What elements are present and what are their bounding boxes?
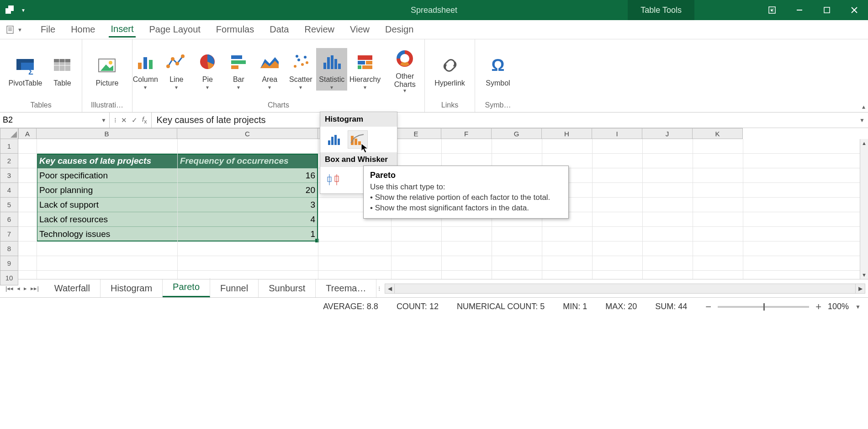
row-header[interactable]: 9 — [0, 256, 18, 271]
context-tab-table-tools[interactable]: Table Tools — [628, 0, 694, 20]
column-header[interactable]: E — [391, 128, 441, 139]
sheet-tab-histogram[interactable]: Histogram — [101, 279, 163, 297]
minimize-button[interactable] — [786, 0, 813, 20]
ribbon-hierarchy-chart[interactable]: Hierarchy▾ — [347, 48, 382, 91]
ribbon-pie-chart[interactable]: Pie▾ — [192, 48, 223, 91]
column-header[interactable]: F — [441, 128, 492, 139]
table-data-cell[interactable]: 1 — [177, 227, 318, 241]
sheet-nav-first[interactable]: |◂◂ — [5, 285, 13, 292]
formula-input[interactable]: Key causes of late projects — [152, 113, 856, 128]
sheet-nav-last[interactable]: ▸▸| — [31, 285, 38, 292]
close-button[interactable] — [841, 0, 868, 20]
ribbon-statistic-chart[interactable]: Statistic▾ — [316, 48, 347, 91]
table-header-cell[interactable]: Key causes of late projects — [37, 154, 177, 168]
column-header[interactable]: C — [177, 128, 318, 139]
table-data-cell[interactable]: 16 — [177, 168, 318, 183]
status-numerical-count: NUMERICAL COUNT: 5 — [457, 302, 545, 311]
formula-bar-expand-icon[interactable]: ⁝ — [114, 116, 116, 124]
ribbon-group-links: Links — [441, 99, 458, 112]
menu-formulas[interactable]: Formulas — [214, 22, 256, 37]
ribbon-symbol[interactable]: Ω Symbol — [481, 52, 514, 87]
table-data-cell[interactable]: 20 — [177, 183, 318, 198]
expand-formula-bar-button[interactable]: ▼ — [856, 113, 868, 128]
row-header[interactable]: 7 — [0, 227, 18, 241]
column-header[interactable]: J — [642, 128, 693, 139]
cancel-formula-button[interactable]: ✕ — [121, 116, 127, 124]
column-header[interactable]: B — [37, 128, 177, 139]
table-header-cell[interactable]: Frequency of occurrences — [177, 154, 318, 168]
menu-home[interactable]: Home — [69, 22, 97, 37]
table-data-cell[interactable]: Poor specification — [37, 168, 177, 183]
file-menu-icon[interactable]: ▼ — [5, 25, 22, 35]
column-header[interactable]: A — [18, 128, 37, 139]
ribbon-column-chart[interactable]: Column▾ — [130, 48, 161, 91]
sheet-tab-pareto[interactable]: Pareto — [163, 278, 210, 297]
ribbon-table[interactable]: Table — [47, 52, 78, 87]
sheet-tab-treemap[interactable]: Treema… — [316, 279, 376, 297]
status-average: AVERAGE: 8.8 — [323, 302, 378, 311]
zoom-level[interactable]: 100% — [828, 302, 849, 311]
quick-access-dropdown[interactable]: ▼ — [21, 8, 26, 13]
column-header[interactable]: H — [542, 128, 592, 139]
row-header[interactable]: 2 — [0, 154, 18, 168]
vertical-scrollbar[interactable]: ▲▼ — [860, 139, 868, 279]
name-box[interactable]: B2 ▼ — [0, 113, 110, 128]
ribbon-other-charts[interactable]: Other Charts▾ — [383, 45, 427, 94]
zoom-dropdown[interactable]: ▼ — [855, 304, 861, 310]
menu-data[interactable]: Data — [268, 22, 291, 37]
zoom-out-button[interactable]: − — [705, 301, 711, 313]
svg-rect-50 — [328, 140, 330, 145]
ribbon-group-tables: Tables — [30, 99, 51, 112]
column-header[interactable]: I — [592, 128, 642, 139]
ribbon-area-chart[interactable]: Area▾ — [254, 48, 285, 91]
zoom-in-button[interactable]: + — [815, 301, 821, 313]
row-header[interactable]: 3 — [0, 168, 18, 183]
row-header[interactable]: 8 — [0, 241, 18, 256]
menu-design[interactable]: Design — [383, 22, 415, 37]
table-data-cell[interactable]: 3 — [177, 198, 318, 212]
table-data-cell[interactable]: Lack of support — [37, 198, 177, 212]
menu-view[interactable]: View — [348, 22, 371, 37]
histogram-chart-option[interactable] — [325, 130, 345, 149]
collapse-ribbon-button[interactable]: ▴ — [862, 103, 865, 110]
sheet-tab-waterfall[interactable]: Waterfall — [44, 279, 101, 297]
table-data-cell[interactable]: Technology issues — [37, 227, 177, 241]
sheet-tab-sunburst[interactable]: Sunburst — [259, 279, 316, 297]
row-header[interactable]: 1 — [0, 139, 18, 154]
ribbon-display-options-button[interactable] — [758, 0, 786, 20]
row-header[interactable]: 6 — [0, 212, 18, 227]
menu-review[interactable]: Review — [302, 22, 336, 37]
table-data-cell[interactable]: Poor planning — [37, 183, 177, 198]
accept-formula-button[interactable]: ✓ — [132, 116, 138, 124]
ribbon-picture[interactable]: Picture — [91, 52, 123, 87]
table-data-cell[interactable]: 4 — [177, 212, 318, 227]
column-header[interactable]: G — [492, 128, 542, 139]
ribbon-scatter-chart[interactable]: Scatter▾ — [285, 48, 316, 91]
zoom-slider[interactable] — [718, 306, 809, 308]
maximize-button[interactable] — [813, 0, 841, 20]
box-whisker-chart-option[interactable] — [325, 171, 345, 189]
table-data-cell[interactable]: Lack of resources — [37, 212, 177, 227]
menu-insert[interactable]: Insert — [109, 22, 135, 38]
sheet-tab-funnel[interactable]: Funnel — [210, 279, 259, 297]
horizontal-scrollbar[interactable]: ◀▶ — [382, 284, 868, 294]
row-header[interactable]: 4 — [0, 183, 18, 198]
status-bar: AVERAGE: 8.8 COUNT: 12 NUMERICAL COUNT: … — [0, 297, 868, 316]
svg-rect-48 — [358, 65, 361, 69]
select-all-cells[interactable] — [0, 128, 18, 139]
sheet-nav-prev[interactable]: ◂ — [17, 285, 20, 292]
sheet-nav-next[interactable]: ▸ — [24, 285, 27, 292]
menu-file[interactable]: File — [39, 22, 57, 37]
ribbon-bar-chart[interactable]: Bar▾ — [223, 48, 254, 91]
svg-rect-23 — [149, 60, 153, 69]
svg-rect-2 — [824, 7, 830, 13]
row-header[interactable]: 10 — [0, 271, 18, 285]
insert-function-button[interactable]: fx — [142, 115, 147, 125]
ribbon-pivottable[interactable]: Σ PivotTable — [4, 52, 47, 87]
svg-rect-43 — [334, 59, 337, 69]
row-header[interactable]: 5 — [0, 198, 18, 212]
ribbon-line-chart[interactable]: Line▾ — [161, 48, 192, 91]
menu-page-layout[interactable]: Page Layout — [148, 22, 202, 37]
column-header[interactable]: K — [693, 128, 743, 139]
ribbon-hyperlink[interactable]: Hyperlink — [430, 52, 470, 87]
